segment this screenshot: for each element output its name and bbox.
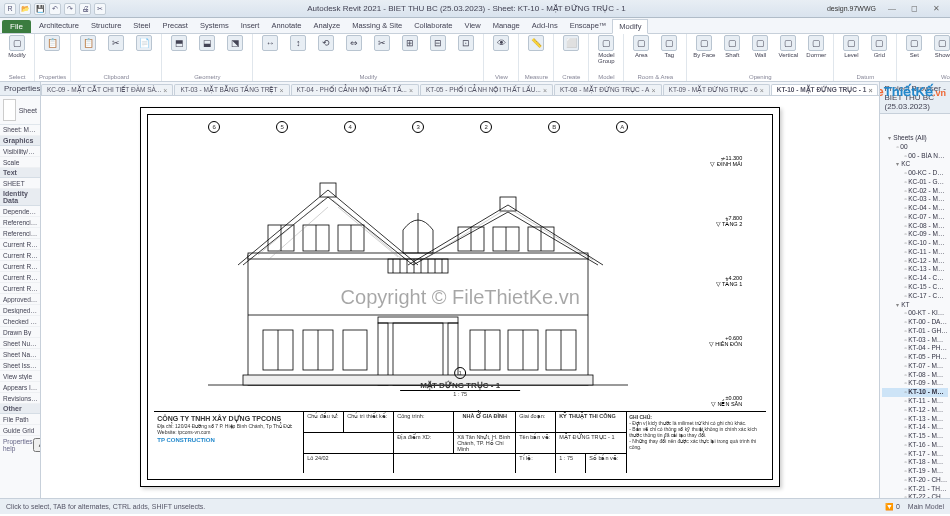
ribbon-tab[interactable]: Modify [612,19,648,34]
property-row[interactable]: Sheet NumberKT-10 [0,338,40,349]
tree-item[interactable]: KT-12 - MẶT CẮT - 1 [882,406,948,415]
ribbon-button[interactable]: ▢Set [901,35,927,71]
tree-item[interactable]: KT-19 - MẶT BẰNG HOÀN THIỆN TRẦN LẦU 1 [882,467,948,476]
tree-item[interactable]: 00-KT - KIẾN TRÚC [882,309,948,318]
document-tab[interactable]: KT-10 - MẶT ĐỨNG TRỤC - 1× [771,84,879,95]
tree-item[interactable]: KT [882,301,948,310]
ribbon-tab[interactable]: Manage [487,19,526,33]
tree-item[interactable]: Sheets (All) [882,134,948,143]
property-row[interactable]: Current Revision [0,283,40,294]
ribbon-tab[interactable]: Collaborate [408,19,458,33]
qat-button[interactable]: 📂 [19,3,31,15]
minimize-button[interactable]: — [882,3,902,15]
ribbon-button[interactable]: ▢Show [929,35,950,71]
ribbon-button[interactable]: ✂ [103,35,129,71]
ribbon-tab[interactable]: Architecture [33,19,85,33]
tree-item[interactable]: 00 - BÌA NGOÀI [882,152,948,161]
property-section-header[interactable]: Text [0,168,40,178]
ribbon-button[interactable]: ⇔ [341,35,367,71]
tree-item[interactable]: KC-09 - MẶT CẮT CHI TIẾT DẦM SÀN MÁI - 1 [882,230,948,239]
ribbon-tab[interactable]: Analyze [307,19,346,33]
property-row[interactable]: Designed ByDesigner [0,305,40,316]
ribbon-button[interactable]: ▢By Face [691,35,717,71]
ribbon-tab[interactable]: View [459,19,487,33]
ribbon-button[interactable]: ▢Area [628,35,654,71]
qat-button[interactable]: ✂ [94,3,106,15]
tree-item[interactable]: KC-07 - MẶT BẰNG DẦM SÀN TẦNG 1 [882,213,948,222]
tree-item[interactable]: KT-22 - CHI TIẾT TOILET TRỆT [882,493,948,498]
tree-item[interactable]: KT-14 - MẶT BẰNG XÂY TƯỜNG, ĐỊNH VỊ CỬA … [882,423,948,432]
tree-item[interactable]: KC-04 - MẶT BẰNG CỘT TRỆT, LẦU 1 [882,204,948,213]
tree-item[interactable]: 00 [882,143,948,152]
tree-item[interactable]: KT-01 - GHI CHÚ VẬT LIỆU SÀN [882,327,948,336]
property-row[interactable]: View style [0,371,40,382]
ribbon-tab[interactable]: Steel [127,19,156,33]
property-row[interactable]: SHEETKT [0,178,40,189]
close-tab-icon[interactable]: × [279,87,283,94]
drawing-canvas[interactable]: 65432BA [41,96,879,498]
tree-item[interactable]: KT-05 - PHỐI CẢNH NỘI THẤT LẦU 1 [882,353,948,362]
ribbon-button[interactable]: ⟲ [313,35,339,71]
tree-item[interactable]: KT-17 - MẶT BẰNG HOÀN THIỆN SÀN LẦU 1 [882,450,948,459]
file-tab[interactable]: File [2,20,31,33]
ribbon-button[interactable]: ⬒ [166,35,192,71]
property-section-header[interactable]: Other [0,404,40,414]
tree-item[interactable]: KT-10 - MẶT ĐỨNG TRỤC - 1 [882,388,948,397]
property-row[interactable]: File Path [0,414,40,425]
ribbon-button[interactable]: ▢Shaft [719,35,745,71]
property-row[interactable]: Referencing Sh... [0,217,40,228]
qat-button[interactable]: ↷ [64,3,76,15]
document-tab[interactable]: KT-05 - PHỐI CẢNH NỘI THẤT LẦU...× [420,84,553,95]
tree-item[interactable]: KC-17 - CHI TIẾT THÉP THANG [882,292,948,301]
tree-item[interactable]: KT-07 - MẶT BẰNG MÁI [882,362,948,371]
ribbon-tab[interactable]: Massing & Site [346,19,408,33]
property-row[interactable]: Sheet Issue Date12/05/21 [0,360,40,371]
ribbon-button[interactable]: 📋 [39,35,65,71]
ribbon-tab[interactable]: Add-Ins [526,19,564,33]
tree-item[interactable]: KT-04 - PHỐI CẢNH NỘI THẤT TẦNG TRỆT [882,344,948,353]
tree-item[interactable]: KT-00 - DANH MỤC BẢN VẼ KIẾN TRÚC [882,318,948,327]
ribbon-tab[interactable]: Structure [85,19,127,33]
ribbon-button[interactable]: ↕ [285,35,311,71]
tree-item[interactable]: KC-08 - MẶT BẰNG BỐ TRÍ THÉP SÀN TẦNG 1 [882,222,948,231]
main-model-label[interactable]: Main Model [908,503,944,510]
tree-item[interactable]: KC-13 - MẶT BẰNG BỐ TRÍ THÉP SÀN MÁI [882,265,948,274]
qat-button[interactable]: 💾 [34,3,46,15]
tree-item[interactable]: KT-18 - MẶT BẰNG HOÀN THIỆN TRẦN TẦNG TR… [882,458,948,467]
property-row[interactable]: Checked ByChecker [0,316,40,327]
tree-item[interactable]: KT-20 - CHI TIẾT CỬA ĐI [882,476,948,485]
tree-item[interactable]: KC-12 - MẶT BẰNG BỐ TRÍ THÉP SÀN TẦNG 3 [882,257,948,266]
tree-item[interactable]: KT-11 - MẶT ĐỨNG TRỤC - 4 [882,397,948,406]
qat-button[interactable]: 🖨 [79,3,91,15]
property-row[interactable]: Approved ByApprover [0,294,40,305]
property-row[interactable]: Current Revisio... [0,250,40,261]
ribbon-button[interactable]: ▢Wall [747,35,773,71]
property-row[interactable]: Referencing Det... [0,228,40,239]
close-tab-icon[interactable]: × [868,87,872,94]
ribbon-button[interactable]: ▢Vertical [775,35,801,71]
apply-button[interactable]: Apply [33,438,41,452]
tree-item[interactable]: KC-10 - MẶT CẮT CHI TIẾT DẦM SÀN MÁI - 2 [882,239,948,248]
tree-item[interactable]: KT-08 - MẶT ĐỨNG TRỤC - A [882,371,948,380]
properties-type-selector[interactable]: Sheet [0,96,40,125]
maximize-button[interactable]: ◻ [904,3,924,15]
ribbon-tab[interactable]: Insert [235,19,266,33]
property-section-header[interactable]: Graphics [0,136,40,146]
ribbon-button[interactable]: 📋 [75,35,101,71]
ribbon-button[interactable]: ↔ [257,35,283,71]
ribbon-tab[interactable]: Annotate [265,19,307,33]
close-tab-icon[interactable]: × [543,87,547,94]
ribbon-button[interactable]: 📄 [131,35,157,71]
document-tab[interactable]: KT-09 - MẶT ĐỨNG TRỤC - 6× [663,84,770,95]
qat-button[interactable]: R [4,3,16,15]
document-tab[interactable]: KT-03 - MẶT BẰNG TẦNG TRỆT× [174,84,289,95]
tree-item[interactable]: KC-03 - MẶT BẰNG DẦM XIỂNG [882,195,948,204]
tree-item[interactable]: KC-01 - GHI CHÚ CHUNG [882,178,948,187]
close-tab-icon[interactable]: × [163,87,167,94]
property-row[interactable]: Drawn ByAuthor [0,327,40,338]
ribbon-tab[interactable]: Precast [156,19,193,33]
tree-item[interactable]: KC-02 - MẶT BẰNG ĐỊNH VỊ CỌC ĐÁ GIẰNG [882,187,948,196]
close-button[interactable]: ✕ [926,3,946,15]
ribbon-button[interactable]: ▢Modify [4,35,30,71]
property-section-header[interactable]: Identity Data [0,189,40,206]
